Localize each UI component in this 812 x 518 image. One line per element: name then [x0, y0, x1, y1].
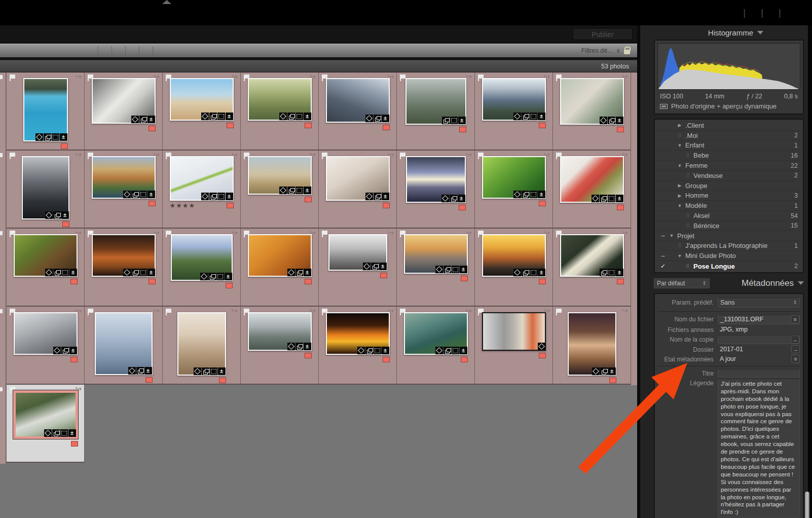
flag-icon[interactable]	[556, 309, 557, 315]
tag-badge[interactable]	[44, 429, 52, 437]
tag-badge[interactable]	[45, 269, 53, 276]
adj-badge[interactable]	[304, 187, 311, 194]
photo-thumbnail[interactable]	[482, 312, 546, 351]
flag-icon[interactable]	[322, 75, 323, 81]
keyword-row[interactable]: Aksel 54	[655, 211, 803, 221]
copy-badge[interactable]	[450, 195, 457, 202]
photo-thumbnail[interactable]	[482, 234, 546, 277]
photo-cell[interactable]	[241, 307, 319, 385]
photo-thumbnail[interactable]	[404, 234, 468, 274]
keyword-row[interactable]: Mini Guide Photo	[655, 251, 803, 261]
flag-icon[interactable]	[400, 75, 401, 81]
adj-badge[interactable]	[147, 191, 155, 198]
copy-badge[interactable]	[365, 347, 373, 354]
flag-icon[interactable]	[322, 231, 323, 237]
copy-badge[interactable]	[444, 347, 451, 354]
adj-badge[interactable]	[69, 347, 77, 354]
copy-badge[interactable]	[444, 266, 451, 273]
disclosure-triangle-icon[interactable]	[684, 153, 691, 158]
red-color-label[interactable]	[609, 378, 616, 383]
adj-badge[interactable]	[304, 269, 311, 276]
tag-badge[interactable]	[200, 273, 208, 280]
collapse-triangle-icon[interactable]	[757, 31, 763, 34]
tag-badge[interactable]	[435, 347, 443, 354]
red-color-label[interactable]	[149, 279, 156, 284]
tag-badge[interactable]	[53, 347, 61, 354]
photo-cell[interactable]	[319, 72, 397, 151]
copy-badge[interactable]	[600, 269, 607, 276]
rotate-arrow-icon[interactable]	[153, 306, 160, 315]
adj-badge[interactable]	[460, 347, 467, 354]
crop-badge[interactable]	[216, 273, 224, 280]
photo-cell[interactable]	[319, 229, 397, 307]
copy-badge[interactable]	[287, 113, 295, 120]
photo-thumbnail[interactable]	[14, 234, 78, 277]
disclosure-triangle-icon[interactable]	[684, 264, 691, 269]
adj-badge[interactable]	[144, 367, 152, 375]
flag-icon[interactable]	[88, 153, 89, 159]
disclosure-triangle-icon[interactable]	[668, 233, 675, 238]
field-text[interactable]: _1310031.ORF	[718, 315, 790, 324]
photo-thumbnail[interactable]	[177, 312, 226, 376]
tag-badge[interactable]	[194, 367, 201, 375]
disclosure-triangle-icon[interactable]	[684, 213, 691, 218]
copy-badge[interactable]	[209, 193, 217, 200]
adj-badge[interactable]	[225, 273, 232, 280]
flag-icon[interactable]	[244, 153, 245, 159]
copy-badge[interactable]	[296, 343, 303, 350]
adj-badge[interactable]	[616, 117, 623, 124]
keyword-row[interactable]: Vendeuse 2	[655, 171, 803, 181]
copy-badge[interactable]	[61, 347, 69, 354]
keyword-row[interactable]: Modèle 1	[655, 201, 803, 211]
rotate-arrow-icon[interactable]	[465, 150, 472, 159]
adj-badge[interactable]	[608, 367, 616, 375]
copy-badge[interactable]	[374, 115, 381, 122]
red-color-label[interactable]	[383, 125, 390, 130]
copy-badge[interactable]	[208, 273, 216, 280]
copy-badge[interactable]	[53, 211, 61, 219]
tag-badge[interactable]	[357, 347, 365, 354]
action-list-button[interactable]	[791, 315, 799, 323]
metadata-panel-header[interactable]: Métadonnées	[742, 278, 804, 288]
field-value[interactable]	[718, 335, 800, 344]
photo-cell[interactable]	[397, 72, 475, 151]
disclosure-triangle-icon[interactable]	[676, 143, 683, 148]
photo-thumbnail[interactable]	[326, 156, 390, 201]
crop-badge[interactable]	[374, 347, 381, 354]
keyword-row[interactable]: Bebe 16	[655, 151, 803, 161]
tag-badge[interactable]	[441, 195, 449, 202]
flag-icon[interactable]	[244, 75, 245, 81]
metadata-view-selector[interactable]: Par défaut ⇕	[654, 278, 710, 288]
flag-icon[interactable]	[166, 309, 167, 315]
photo-thumbnail[interactable]	[560, 156, 624, 203]
filter-tab[interactable]	[139, 47, 153, 55]
adj-badge[interactable]	[69, 269, 77, 276]
flag-icon[interactable]	[478, 153, 479, 159]
photo-thumbnail[interactable]	[405, 78, 466, 125]
disclosure-triangle-icon[interactable]	[676, 183, 683, 188]
copy-badge[interactable]	[296, 269, 303, 276]
copy-badge[interactable]	[522, 113, 529, 120]
field-text[interactable]: A jour	[718, 355, 790, 363]
adj-badge[interactable]	[616, 269, 623, 276]
tag-badge[interactable]	[279, 187, 287, 194]
photo-thumbnail[interactable]	[92, 234, 156, 277]
action-list-button[interactable]	[791, 355, 800, 363]
red-color-label[interactable]	[305, 353, 312, 358]
flag-icon[interactable]	[478, 75, 479, 81]
red-color-label[interactable]	[219, 378, 226, 383]
module-tab[interactable]	[771, 7, 789, 19]
crop-badge[interactable]	[210, 367, 217, 375]
red-color-label[interactable]	[227, 123, 234, 128]
photo-cell[interactable]	[7, 385, 85, 463]
photo-cell[interactable]	[85, 307, 163, 385]
go-to-arrow-button[interactable]	[791, 336, 799, 344]
flag-icon[interactable]	[556, 75, 557, 81]
module-tab[interactable]	[735, 7, 753, 19]
photo-thumbnail[interactable]	[95, 312, 153, 375]
filter-lock-icon[interactable]	[624, 50, 630, 54]
copy-badge[interactable]	[52, 429, 60, 437]
crop-badge[interactable]	[608, 269, 615, 276]
flag-icon[interactable]	[244, 309, 245, 315]
photo-cell[interactable]	[241, 151, 319, 229]
